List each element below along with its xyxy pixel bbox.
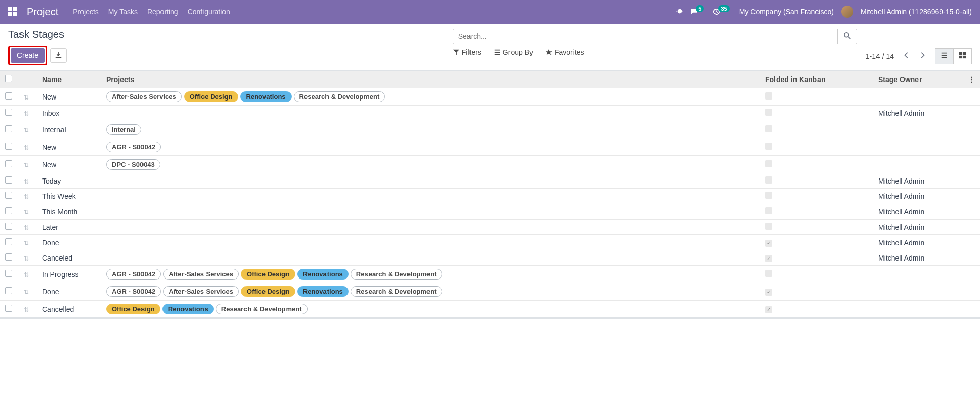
- groupby-dropdown[interactable]: Group By: [494, 48, 533, 56]
- sort-handle-icon[interactable]: ⇅: [24, 306, 29, 313]
- activities-indicator[interactable]: 35: [713, 8, 731, 15]
- sort-handle-icon[interactable]: ⇅: [24, 240, 29, 247]
- nav-link-projects[interactable]: Projects: [73, 8, 99, 16]
- sort-handle-icon[interactable]: ⇅: [24, 110, 29, 117]
- project-tag[interactable]: Office Design: [184, 91, 238, 102]
- project-tag[interactable]: Research & Development: [351, 269, 442, 280]
- project-tag[interactable]: After-Sales Services: [163, 269, 239, 280]
- pager-next[interactable]: [916, 50, 928, 63]
- project-tag[interactable]: Office Design: [106, 304, 160, 314]
- folded-checkbox[interactable]: [765, 143, 772, 150]
- project-tag[interactable]: Research & Development: [216, 304, 308, 314]
- row-checkbox[interactable]: [5, 223, 12, 230]
- project-tag[interactable]: Renovations: [297, 269, 349, 280]
- sort-handle-icon[interactable]: ⇅: [24, 162, 29, 169]
- folded-checkbox[interactable]: [765, 176, 772, 184]
- username[interactable]: Mitchell Admin (11286969-15-0-all): [861, 8, 972, 16]
- project-tag[interactable]: DPC - S00043: [106, 159, 160, 170]
- table-row[interactable]: ⇅In ProgressAGR - S00042After-Sales Serv…: [0, 266, 980, 283]
- pager-prev[interactable]: [901, 50, 912, 63]
- table-row[interactable]: ⇅LaterMitchell Admin: [0, 220, 980, 235]
- sort-handle-icon[interactable]: ⇅: [24, 127, 29, 134]
- sort-handle-icon[interactable]: ⇅: [24, 255, 29, 262]
- row-checkbox[interactable]: [5, 207, 12, 214]
- nav-link-reporting[interactable]: Reporting: [147, 8, 178, 16]
- table-row[interactable]: ⇅DoneMitchell Admin: [0, 235, 980, 250]
- project-tag[interactable]: Office Design: [241, 286, 295, 297]
- row-checkbox[interactable]: [5, 176, 12, 184]
- company-selector[interactable]: My Company (San Francisco): [739, 8, 834, 16]
- row-checkbox[interactable]: [5, 109, 12, 116]
- column-options[interactable]: ⋮: [963, 71, 980, 88]
- import-button[interactable]: [50, 48, 67, 63]
- column-folded[interactable]: Folded in Kanban: [760, 71, 873, 88]
- create-button[interactable]: Create: [11, 48, 45, 63]
- row-checkbox[interactable]: [5, 270, 12, 277]
- table-row[interactable]: ⇅NewAGR - S00042: [0, 138, 980, 156]
- row-checkbox[interactable]: [5, 125, 12, 132]
- row-checkbox[interactable]: [5, 287, 12, 294]
- avatar[interactable]: [841, 6, 853, 18]
- kanban-view-button[interactable]: [953, 48, 972, 64]
- project-tag[interactable]: Research & Development: [294, 91, 385, 102]
- sort-handle-icon[interactable]: ⇅: [24, 144, 29, 151]
- project-tag[interactable]: Research & Development: [351, 286, 442, 297]
- project-tag[interactable]: Renovations: [162, 304, 214, 314]
- row-checkbox[interactable]: [5, 192, 12, 199]
- folded-checkbox[interactable]: [765, 92, 772, 100]
- table-row[interactable]: ⇅NewAfter-Sales ServicesOffice DesignRen…: [0, 88, 980, 106]
- folded-checkbox[interactable]: [765, 289, 772, 296]
- row-checkbox[interactable]: [5, 305, 12, 312]
- table-row[interactable]: ⇅NewDPC - S00043: [0, 156, 980, 173]
- folded-checkbox[interactable]: [765, 125, 772, 132]
- project-tag[interactable]: After-Sales Services: [163, 286, 239, 297]
- select-all-checkbox[interactable]: [5, 75, 12, 82]
- project-tag[interactable]: AGR - S00042: [106, 142, 161, 152]
- row-checkbox[interactable]: [5, 143, 12, 150]
- project-tag[interactable]: Renovations: [240, 91, 292, 102]
- table-row[interactable]: ⇅This MonthMitchell Admin: [0, 204, 980, 220]
- sort-handle-icon[interactable]: ⇅: [24, 224, 29, 231]
- folded-checkbox[interactable]: [765, 240, 772, 247]
- folded-checkbox[interactable]: [765, 255, 772, 262]
- apps-icon[interactable]: [8, 7, 17, 16]
- project-tag[interactable]: AGR - S00042: [106, 286, 161, 297]
- project-tag[interactable]: Internal: [106, 124, 141, 135]
- project-tag[interactable]: AGR - S00042: [106, 269, 161, 280]
- table-row[interactable]: ⇅InternalInternal: [0, 121, 980, 138]
- project-tag[interactable]: Office Design: [241, 269, 295, 280]
- table-row[interactable]: ⇅TodayMitchell Admin: [0, 173, 980, 189]
- sort-handle-icon[interactable]: ⇅: [24, 271, 29, 279]
- table-row[interactable]: ⇅CanceledMitchell Admin: [0, 250, 980, 266]
- sort-handle-icon[interactable]: ⇅: [24, 193, 29, 201]
- table-row[interactable]: ⇅This WeekMitchell Admin: [0, 189, 980, 204]
- pager-text[interactable]: 1-14 / 14: [866, 52, 894, 61]
- favorites-dropdown[interactable]: Favorites: [545, 48, 584, 56]
- row-checkbox[interactable]: [5, 92, 12, 100]
- row-checkbox[interactable]: [5, 160, 12, 167]
- folded-checkbox[interactable]: [765, 160, 772, 167]
- folded-checkbox[interactable]: [765, 270, 772, 277]
- filters-dropdown[interactable]: Filters: [453, 48, 481, 56]
- nav-link-configuration[interactable]: Configuration: [188, 8, 230, 16]
- bug-icon[interactable]: [676, 8, 683, 16]
- column-owner[interactable]: Stage Owner: [873, 71, 963, 88]
- messages-indicator[interactable]: 5: [690, 8, 706, 15]
- column-name[interactable]: Name: [37, 71, 101, 88]
- table-row[interactable]: ⇅InboxMitchell Admin: [0, 106, 980, 121]
- sort-handle-icon[interactable]: ⇅: [24, 94, 29, 101]
- folded-checkbox[interactable]: [765, 109, 772, 116]
- table-row[interactable]: ⇅CancelledOffice DesignRenovationsResear…: [0, 301, 980, 319]
- list-view-button[interactable]: [935, 48, 953, 64]
- project-tag[interactable]: After-Sales Services: [106, 91, 182, 102]
- column-projects[interactable]: Projects: [101, 71, 760, 88]
- row-checkbox[interactable]: [5, 238, 12, 245]
- folded-checkbox[interactable]: [765, 192, 772, 199]
- sort-handle-icon[interactable]: ⇅: [24, 178, 29, 185]
- sort-handle-icon[interactable]: ⇅: [24, 209, 29, 216]
- search-button[interactable]: [837, 29, 857, 44]
- folded-checkbox[interactable]: [765, 306, 772, 313]
- app-brand[interactable]: Project: [27, 6, 58, 18]
- folded-checkbox[interactable]: [765, 207, 772, 214]
- folded-checkbox[interactable]: [765, 223, 772, 230]
